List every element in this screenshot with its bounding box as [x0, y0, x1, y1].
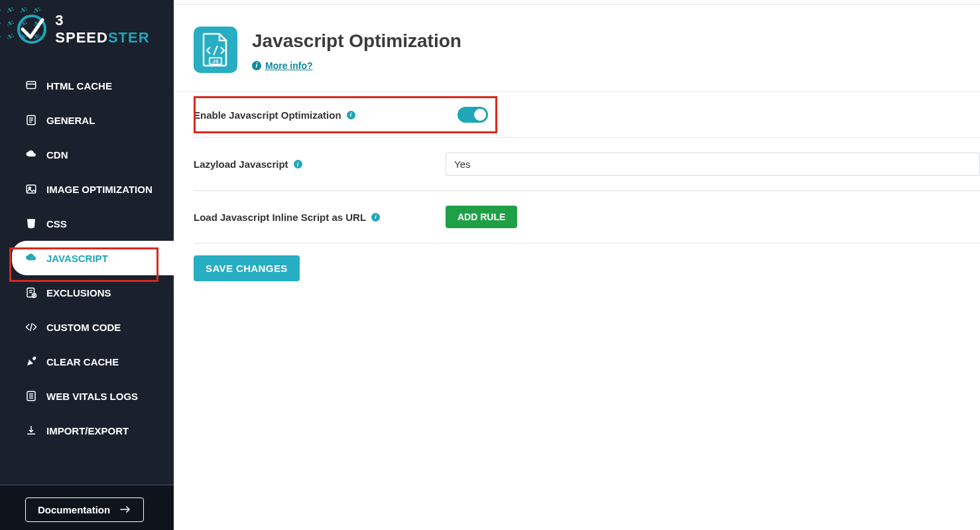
page-title: Javascript Optimization: [252, 31, 461, 52]
sidebar-item-image-optimization[interactable]: IMAGE OPTIMIZATION: [0, 172, 174, 206]
info-icon: i: [252, 61, 261, 70]
sidebar-item-label: CDN: [46, 149, 68, 161]
sidebar-item-label: JAVASCRIPT: [46, 253, 108, 264]
setting-label-enable: Enable Javascript Optimization i: [194, 109, 355, 121]
cdn-icon: [25, 149, 37, 161]
sidebar-item-label: WEB VITALS LOGS: [46, 391, 138, 402]
sidebar-item-exclusions[interactable]: EXCLUSIONS: [0, 275, 174, 310]
more-info-link[interactable]: i More info?: [252, 60, 313, 71]
sidebar-item-import-export[interactable]: IMPORT/EXPORT: [0, 413, 174, 448]
inline-url-label-text: Load Javascript Inline Script as URL: [194, 212, 366, 223]
sidebar-item-label: EXCLUSIONS: [46, 287, 111, 298]
html-cache-icon: [25, 80, 37, 92]
logo-row: 3 SPEEDSTER: [12, 9, 162, 49]
logo-mark-icon: [12, 9, 51, 49]
javascript-icon: [25, 252, 37, 264]
sidebar-item-css[interactable]: CSS: [0, 206, 174, 241]
sidebar-item-general[interactable]: GENERAL: [0, 103, 174, 137]
sidebar-item-html-cache[interactable]: HTML CACHE: [0, 68, 174, 103]
info-icon[interactable]: i: [347, 111, 355, 119]
sidebar-item-web-vitals[interactable]: WEB VITALS LOGS: [0, 379, 174, 413]
sidebar-item-custom-code[interactable]: CUSTOM CODE: [0, 310, 174, 344]
sidebar-item-label: HTML CACHE: [46, 80, 112, 92]
svg-text:JS: JS: [212, 58, 219, 64]
setting-row-enable: Enable Javascript Optimization i: [194, 92, 497, 137]
setting-row-lazyload: Lazyload Javascript i Yes: [194, 137, 980, 191]
sidebar-item-label: CLEAR CACHE: [46, 356, 119, 367]
page-header: JS Javascript Optimization i More info?: [174, 0, 980, 92]
clear-cache-icon: [25, 356, 37, 367]
sidebar-item-cdn[interactable]: CDN: [0, 137, 174, 172]
inline-url-control: ADD RULE: [446, 206, 517, 228]
logo-suffix: STER: [108, 29, 150, 46]
sidebar-item-label: IMPORT/EXPORT: [46, 425, 129, 436]
logo-text: 3 SPEEDSTER: [55, 12, 162, 46]
logo-main: SPEED: [55, 29, 108, 46]
actions-row: SAVE CHANGES: [194, 243, 980, 281]
info-icon[interactable]: i: [371, 213, 380, 222]
svg-rect-3: [27, 185, 36, 193]
info-icon[interactable]: i: [294, 160, 302, 168]
main-content: JS Javascript Optimization i More info? …: [174, 0, 980, 281]
svg-point-5: [31, 257, 32, 259]
sidebar-footer: Documentation: [0, 484, 174, 530]
logo-area: 3 SPEEDSTER: [0, 0, 174, 63]
sidebar-item-label: CSS: [46, 218, 67, 230]
setting-label-inline-url: Load Javascript Inline Script as URL i: [194, 212, 446, 223]
general-icon: [25, 114, 37, 126]
code-icon: [25, 321, 37, 333]
import-export-icon: [25, 425, 37, 436]
lazyload-select[interactable]: Yes: [446, 153, 980, 176]
exclusions-icon: [25, 287, 37, 298]
toggle-knob: [474, 109, 486, 121]
arrow-right-icon: [119, 504, 131, 515]
lazyload-value: Yes: [454, 159, 470, 170]
setting-label-lazyload: Lazyload Javascript i: [194, 159, 446, 170]
svg-rect-1: [27, 82, 36, 89]
page-title-wrap: Javascript Optimization i More info?: [252, 27, 461, 71]
add-rule-button[interactable]: ADD RULE: [446, 206, 517, 228]
sidebar-item-label: CUSTOM CODE: [46, 322, 121, 333]
sidebar-item-label: IMAGE OPTIMIZATION: [46, 184, 153, 195]
sidebar: 3 SPEEDSTER HTML CACHE GENERAL CDN: [0, 0, 174, 530]
save-changes-button[interactable]: SAVE CHANGES: [194, 255, 300, 281]
js-badge-icon: JS: [194, 27, 237, 73]
documentation-label: Documentation: [38, 504, 110, 515]
setting-row-inline-url: Load Javascript Inline Script as URL i A…: [194, 191, 980, 243]
logo-prefix: 3: [55, 12, 64, 29]
lazyload-select-wrap: Yes: [446, 153, 980, 176]
enable-toggle-wrap: [458, 107, 488, 123]
enable-toggle[interactable]: [458, 107, 488, 123]
sidebar-item-javascript[interactable]: JAVASCRIPT: [12, 241, 174, 275]
lazyload-label-text: Lazyload Javascript: [194, 159, 288, 170]
enable-label-text: Enable Javascript Optimization: [194, 109, 341, 121]
more-info-label: More info?: [265, 60, 313, 71]
css-icon: [25, 218, 37, 230]
settings-panel: Enable Javascript Optimization i Lazyloa…: [174, 92, 980, 281]
sidebar-item-label: GENERAL: [46, 115, 95, 126]
sidebar-nav: HTML CACHE GENERAL CDN IMAGE OPTIMIZATIO…: [0, 63, 174, 448]
documentation-button[interactable]: Documentation: [25, 497, 144, 522]
sidebar-item-clear-cache[interactable]: CLEAR CACHE: [0, 344, 174, 379]
svg-point-6: [32, 257, 34, 259]
image-icon: [25, 183, 37, 195]
logs-icon: [25, 390, 37, 402]
